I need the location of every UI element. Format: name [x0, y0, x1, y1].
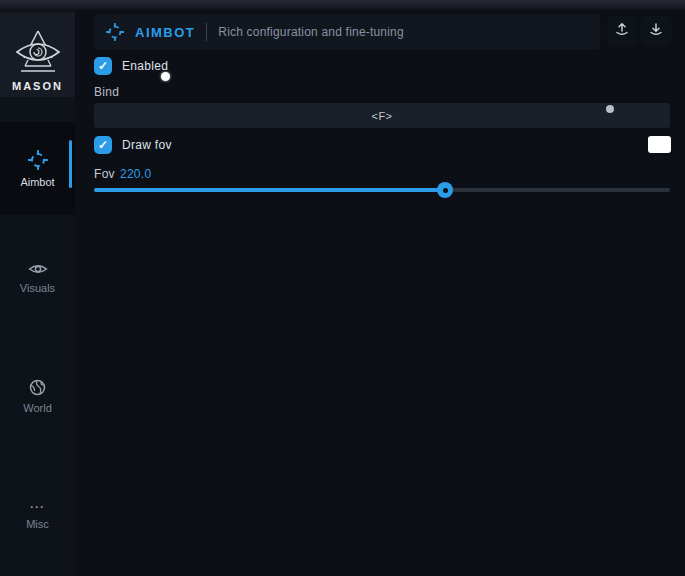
- bind-value: <F>: [371, 110, 392, 122]
- sidebar-item-aimbot[interactable]: Aimbot: [0, 122, 75, 215]
- brand-name: MASON: [12, 80, 63, 92]
- export-config-button[interactable]: [607, 16, 637, 46]
- page-subtitle: Rich configuration and fine-tuning: [218, 25, 404, 39]
- enabled-row: ✓ Enabled: [94, 57, 168, 75]
- eye-icon: [28, 262, 48, 276]
- active-tab-indicator: [69, 140, 72, 188]
- window-top-strip: [0, 0, 685, 10]
- upload-icon: [614, 21, 630, 41]
- all-seeing-eye-icon: [12, 28, 64, 78]
- check-icon: ✓: [98, 138, 108, 152]
- sidebar-item-world[interactable]: World: [0, 368, 75, 424]
- bind-input[interactable]: <F>: [94, 103, 670, 128]
- page-header: AIMBOT Rich configuration and fine-tunin…: [94, 14, 600, 50]
- draw-fov-label: Draw fov: [122, 138, 172, 152]
- page-title: AIMBOT: [135, 25, 195, 40]
- sidebar-item-label: Aimbot: [20, 176, 54, 188]
- fov-color-swatch[interactable]: [648, 136, 671, 153]
- globe-icon: [29, 379, 46, 396]
- import-config-button[interactable]: [641, 16, 671, 46]
- sidebar: MASON Aimbot Visuals: [0, 10, 75, 576]
- slider-handle-dot: [443, 188, 448, 193]
- draw-fov-row: ✓ Draw fov: [94, 136, 172, 154]
- enabled-checkbox[interactable]: ✓: [94, 57, 112, 75]
- fov-value: 220.0: [120, 167, 152, 181]
- crosshair-icon: [28, 150, 48, 170]
- bind-label: Bind: [94, 85, 119, 99]
- header-divider: [206, 23, 207, 41]
- sidebar-item-label: World: [23, 402, 52, 414]
- fov-slider-fill: [94, 188, 445, 192]
- check-icon: ✓: [98, 59, 108, 73]
- ellipsis-icon: ⋯: [29, 502, 46, 512]
- sidebar-item-label: Visuals: [20, 282, 55, 294]
- fov-label: Fov: [94, 167, 115, 181]
- enabled-label: Enabled: [122, 59, 168, 73]
- sidebar-item-misc[interactable]: ⋯ Misc: [0, 488, 75, 544]
- crosshair-icon: [106, 23, 124, 41]
- fov-slider[interactable]: [94, 188, 670, 192]
- sidebar-item-label: Misc: [26, 518, 49, 530]
- draw-fov-checkbox[interactable]: ✓: [94, 136, 112, 154]
- brand-logo-block: MASON: [0, 12, 75, 97]
- download-icon: [648, 21, 664, 41]
- fov-label-row: Fov220.0: [94, 167, 151, 181]
- sidebar-item-visuals[interactable]: Visuals: [0, 250, 75, 306]
- fov-slider-handle[interactable]: [437, 182, 453, 198]
